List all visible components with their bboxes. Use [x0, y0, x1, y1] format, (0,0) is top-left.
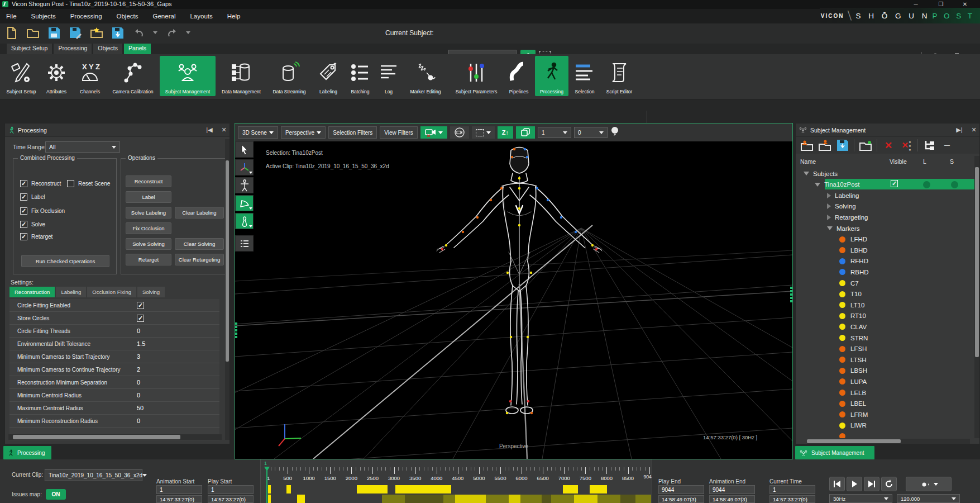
tree-row-subjects[interactable]: Subjects: [804, 168, 838, 179]
menu-item-file[interactable]: File: [6, 13, 17, 20]
op-button-reconstruct[interactable]: Reconstruct: [126, 175, 171, 187]
left-splitter-grip[interactable]: [235, 322, 237, 338]
ribbon-script-editor[interactable]: Script Editor: [601, 56, 638, 96]
ribbon-camera-calibration[interactable]: Camera Calibration: [107, 56, 159, 96]
tree-row-c7[interactable]: C7: [839, 278, 859, 288]
scene-type-dropdown[interactable]: 3D Scene: [238, 126, 278, 139]
checkbox-box[interactable]: ✓: [20, 180, 27, 187]
setting-value[interactable]: 2: [137, 366, 140, 373]
ribbon-subject-management[interactable]: Subject Management: [160, 56, 216, 96]
time-range-dropdown[interactable]: All: [45, 141, 120, 153]
ribbon-batching[interactable]: Batching: [345, 56, 375, 96]
pin-panel-icon[interactable]: |◀: [204, 126, 215, 134]
tab-subject-setup[interactable]: Subject Setup: [7, 44, 52, 54]
view-filters-button[interactable]: View Filters: [380, 126, 418, 139]
ribbon-attributes[interactable]: Attributes: [40, 56, 73, 96]
menu-item-processing[interactable]: Processing: [70, 13, 102, 20]
tool-dropdown-caret[interactable]: [249, 172, 252, 174]
import-button[interactable]: [89, 26, 103, 40]
tree-row-markers[interactable]: Markers: [827, 223, 860, 234]
ribbon-data-streaming[interactable]: Data Streaming: [267, 56, 312, 96]
visible-checkbox[interactable]: ✓: [891, 180, 898, 187]
ribbon-pipelines[interactable]: Pipelines: [504, 56, 534, 96]
go-to-end-button[interactable]: [864, 477, 879, 491]
tree-row-clav[interactable]: CLAV: [839, 321, 867, 332]
bone-tool-tool[interactable]: [235, 213, 254, 229]
tree-vscrollbar[interactable]: [974, 156, 979, 438]
checkbox-box[interactable]: ✓: [20, 221, 27, 228]
field-time-animation-start[interactable]: 14:57:33:27(0): [156, 495, 202, 503]
3d-scene[interactable]: [235, 141, 792, 459]
processing-bottom-tab[interactable]: Processing: [3, 446, 51, 459]
playback-options-button[interactable]: [906, 477, 952, 491]
checkbox-box[interactable]: ✓: [20, 233, 27, 240]
settings-tab-labeling[interactable]: Labeling: [56, 287, 86, 297]
op-button-clear-retargeting[interactable]: Clear Retargeting: [175, 254, 224, 265]
tree-row-retargeting[interactable]: Retargeting: [827, 212, 868, 222]
ribbon-log[interactable]: Log: [376, 56, 401, 96]
z-up-button[interactable]: Z↑: [498, 126, 513, 139]
op-button-solve-solving[interactable]: Solve Solving: [126, 238, 171, 250]
playback-speed-dropdown[interactable]: 120.000: [897, 494, 960, 503]
checkbox-label[interactable]: ✓Label: [20, 193, 45, 201]
character-pose-tool[interactable]: [235, 177, 254, 193]
checkbox-retarget[interactable]: ✓Retarget: [20, 233, 52, 240]
ribbon-channels[interactable]: X Y ZChannels: [74, 56, 106, 96]
new-file-button[interactable]: [4, 26, 18, 40]
menu-item-layouts[interactable]: Layouts: [190, 13, 212, 20]
field-time-current-time[interactable]: 14:57:33:27(0): [769, 495, 815, 503]
tree-row-rfhd[interactable]: RFHD: [839, 256, 868, 267]
open-file-button[interactable]: [26, 26, 40, 40]
expander-closed[interactable]: [827, 203, 831, 209]
field-time-play-end[interactable]: 14:58:49.07(3): [658, 495, 704, 503]
save-as-button[interactable]: [68, 26, 82, 40]
tree-row-lbhd[interactable]: LBHD: [839, 245, 868, 255]
tree-row-liwr[interactable]: LIWR: [839, 420, 867, 431]
ribbon-subject-parameters[interactable]: Subject Parameters: [450, 56, 503, 96]
menu-item-subjects[interactable]: Subjects: [31, 13, 56, 20]
undo-dropdown-caret[interactable]: [153, 31, 157, 34]
current-clip-dropdown[interactable]: Tina10z_2019_10_16_15_50_36_x2d: [45, 469, 142, 481]
op-button-clear-solving[interactable]: Clear Solving: [175, 238, 224, 250]
checkbox-box[interactable]: [67, 180, 74, 187]
left-panel-vscrollbar[interactable]: [225, 139, 230, 440]
right-splitter-grip[interactable]: [790, 287, 792, 302]
tab-panels[interactable]: Panels: [124, 44, 151, 54]
viewport-field-a[interactable]: 1: [538, 127, 571, 138]
setting-value[interactable]: 0: [137, 392, 140, 398]
ribbon-labeling[interactable]: Labeling: [313, 56, 344, 96]
camera-wedge-tool[interactable]: [235, 195, 254, 211]
tree-row-lupa[interactable]: LUPA: [839, 376, 867, 387]
menu-item-objects[interactable]: Objects: [117, 13, 138, 20]
issues-map-toggle[interactable]: ON: [46, 489, 66, 500]
balloon-icon[interactable]: [610, 126, 619, 139]
transform-gizmo-tool[interactable]: [235, 159, 254, 175]
marquee-select-button[interactable]: [472, 126, 495, 139]
properties-list-tool[interactable]: [235, 235, 254, 252]
selection-filters-button[interactable]: Selection Filters: [328, 126, 377, 139]
export-button[interactable]: [111, 26, 125, 40]
field-time-play-start[interactable]: 14:57:33:27(0): [208, 495, 254, 503]
expander-open[interactable]: [827, 226, 833, 230]
settings-tab-reconstruction[interactable]: Reconstruction: [9, 287, 55, 297]
op-button-clear-labeling[interactable]: Clear Labeling: [175, 207, 224, 219]
expander-open[interactable]: [815, 183, 820, 187]
field-time-animation-end[interactable]: 14:58:49.07(3): [709, 495, 755, 503]
tree-row-lfhd[interactable]: LFHD: [839, 234, 867, 245]
run-checked-operations-button[interactable]: Run Checked Operations: [21, 255, 109, 267]
undo-button[interactable]: [132, 26, 146, 40]
viewport-field-b[interactable]: 0: [574, 127, 608, 138]
menu-item-general[interactable]: General: [153, 13, 176, 20]
setting-value[interactable]: 50: [137, 405, 144, 411]
minimize-button[interactable]: ─: [907, 0, 924, 8]
checkbox-box[interactable]: ✓: [20, 193, 27, 201]
subject-management-bottom-tab[interactable]: Subject Management: [795, 446, 874, 459]
frame-rate-dropdown[interactable]: 30Hz: [829, 494, 892, 503]
duplicate-view-button[interactable]: [516, 126, 535, 139]
field-value-current-time[interactable]: 1: [769, 485, 815, 494]
restore-button[interactable]: ❐: [933, 0, 949, 8]
setting-value[interactable]: 0: [137, 379, 140, 386]
field-value-play-start[interactable]: 1: [208, 485, 254, 494]
tree-row-rt10[interactable]: RT10: [839, 311, 866, 321]
camera-view-dropdown[interactable]: Perspective: [281, 126, 326, 139]
